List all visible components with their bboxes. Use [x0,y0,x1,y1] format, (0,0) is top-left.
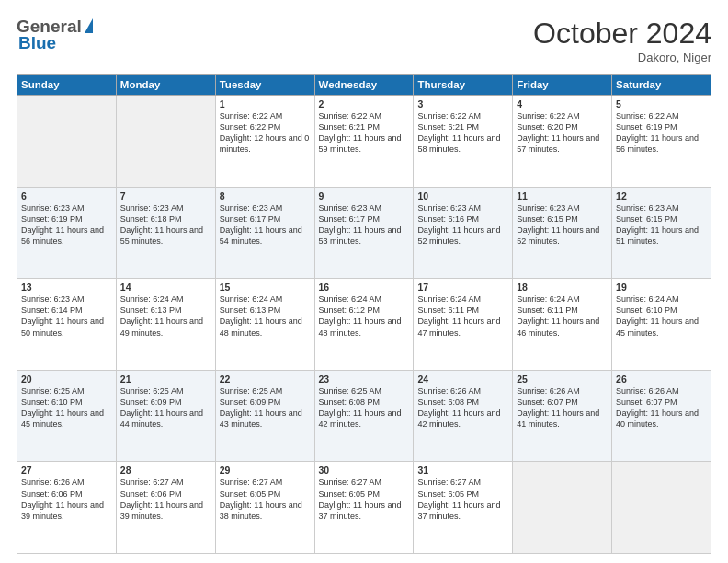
location: Dakoro, Niger [533,51,711,64]
cell-info: Sunrise: 6:26 AMSunset: 6:06 PMDaylight:… [21,477,112,522]
calendar-cell [513,462,612,554]
cell-info: Sunrise: 6:22 AMSunset: 6:22 PMDaylight:… [220,110,311,155]
cell-info: Sunrise: 6:27 AMSunset: 6:05 PMDaylight:… [319,477,410,522]
calendar-cell: 13Sunrise: 6:23 AMSunset: 6:14 PMDayligh… [17,279,117,371]
day-header: Monday [116,75,215,96]
day-number: 1 [220,98,311,109]
calendar-cell [17,96,117,188]
day-number: 5 [616,98,707,109]
cell-info: Sunrise: 6:23 AMSunset: 6:16 PMDaylight:… [417,202,508,247]
cell-info: Sunrise: 6:23 AMSunset: 6:15 PMDaylight:… [616,202,707,247]
day-number: 2 [319,98,410,109]
title-area: October 2024 Dakoro, Niger [533,17,711,64]
day-number: 4 [517,98,608,109]
calendar-cell: 19Sunrise: 6:24 AMSunset: 6:10 PMDayligh… [612,279,711,371]
cell-info: Sunrise: 6:22 AMSunset: 6:19 PMDaylight:… [616,110,707,155]
cell-info: Sunrise: 6:23 AMSunset: 6:18 PMDaylight:… [120,202,211,247]
cell-info: Sunrise: 6:27 AMSunset: 6:05 PMDaylight:… [417,477,508,522]
page: General Blue October 2024 Dakoro, Niger … [0,0,728,563]
day-number: 17 [417,282,508,293]
day-number: 8 [220,190,311,201]
cell-info: Sunrise: 6:24 AMSunset: 6:13 PMDaylight:… [220,293,311,339]
calendar-cell: 3Sunrise: 6:22 AMSunset: 6:21 PMDaylight… [414,96,513,188]
cell-info: Sunrise: 6:23 AMSunset: 6:14 PMDaylight:… [21,293,112,339]
calendar-cell: 23Sunrise: 6:25 AMSunset: 6:08 PMDayligh… [314,370,414,462]
cell-info: Sunrise: 6:23 AMSunset: 6:17 PMDaylight:… [319,202,410,247]
day-number: 29 [220,465,311,476]
day-number: 30 [319,465,410,476]
cell-info: Sunrise: 6:26 AMSunset: 6:08 PMDaylight:… [417,385,508,431]
day-number: 21 [120,373,211,385]
cell-info: Sunrise: 6:26 AMSunset: 6:07 PMDaylight:… [517,385,608,431]
calendar-cell: 20Sunrise: 6:25 AMSunset: 6:10 PMDayligh… [17,370,117,462]
calendar-cell: 27Sunrise: 6:26 AMSunset: 6:06 PMDayligh… [17,462,117,554]
calendar-cell: 2Sunrise: 6:22 AMSunset: 6:21 PMDaylight… [314,96,414,188]
day-number: 18 [517,282,608,293]
calendar-cell: 11Sunrise: 6:23 AMSunset: 6:15 PMDayligh… [513,187,612,279]
day-number: 25 [517,373,608,385]
cell-info: Sunrise: 6:24 AMSunset: 6:10 PMDaylight:… [616,293,707,339]
cell-info: Sunrise: 6:26 AMSunset: 6:07 PMDaylight:… [616,385,707,431]
day-number: 9 [319,190,410,201]
day-number: 10 [417,190,508,201]
cell-info: Sunrise: 6:24 AMSunset: 6:12 PMDaylight:… [319,293,410,339]
cell-info: Sunrise: 6:27 AMSunset: 6:06 PMDaylight:… [120,477,211,522]
calendar-cell: 24Sunrise: 6:26 AMSunset: 6:08 PMDayligh… [414,370,513,462]
cell-info: Sunrise: 6:24 AMSunset: 6:11 PMDaylight:… [417,293,508,339]
day-number: 6 [21,190,112,201]
day-number: 16 [319,282,410,293]
day-number: 13 [21,282,112,293]
cell-info: Sunrise: 6:23 AMSunset: 6:15 PMDaylight:… [517,202,608,247]
calendar-cell: 26Sunrise: 6:26 AMSunset: 6:07 PMDayligh… [612,370,711,462]
cell-info: Sunrise: 6:25 AMSunset: 6:09 PMDaylight:… [120,385,211,431]
day-header: Thursday [414,75,513,96]
calendar-cell: 15Sunrise: 6:24 AMSunset: 6:13 PMDayligh… [215,279,314,371]
header: General Blue October 2024 Dakoro, Niger [17,17,711,64]
cell-info: Sunrise: 6:22 AMSunset: 6:21 PMDaylight:… [319,110,410,155]
day-number: 24 [417,373,508,385]
day-number: 23 [319,373,410,385]
cell-info: Sunrise: 6:27 AMSunset: 6:05 PMDaylight:… [220,477,311,522]
cell-info: Sunrise: 6:22 AMSunset: 6:20 PMDaylight:… [517,110,608,155]
logo-blue: Blue [18,33,56,53]
day-number: 26 [616,373,707,385]
logo: General Blue [17,17,93,53]
calendar-cell: 10Sunrise: 6:23 AMSunset: 6:16 PMDayligh… [414,187,513,279]
day-number: 27 [21,465,112,476]
logo-triangle-icon [85,18,93,33]
calendar-cell [612,462,711,554]
cell-info: Sunrise: 6:25 AMSunset: 6:09 PMDaylight:… [220,385,311,431]
calendar-cell: 21Sunrise: 6:25 AMSunset: 6:09 PMDayligh… [116,370,215,462]
calendar-cell: 22Sunrise: 6:25 AMSunset: 6:09 PMDayligh… [215,370,314,462]
calendar-cell: 14Sunrise: 6:24 AMSunset: 6:13 PMDayligh… [116,279,215,371]
calendar-cell: 6Sunrise: 6:23 AMSunset: 6:19 PMDaylight… [17,187,117,279]
calendar-cell [116,96,215,188]
calendar-cell: 12Sunrise: 6:23 AMSunset: 6:15 PMDayligh… [612,187,711,279]
calendar-cell: 5Sunrise: 6:22 AMSunset: 6:19 PMDaylight… [612,96,711,188]
calendar-cell: 4Sunrise: 6:22 AMSunset: 6:20 PMDaylight… [513,96,612,188]
day-header: Saturday [612,75,711,96]
day-number: 31 [417,465,508,476]
cell-info: Sunrise: 6:22 AMSunset: 6:21 PMDaylight:… [417,110,508,155]
cell-info: Sunrise: 6:23 AMSunset: 6:17 PMDaylight:… [220,202,311,247]
calendar-cell: 25Sunrise: 6:26 AMSunset: 6:07 PMDayligh… [513,370,612,462]
day-header: Tuesday [215,75,314,96]
calendar-cell: 9Sunrise: 6:23 AMSunset: 6:17 PMDaylight… [314,187,414,279]
day-header: Friday [513,75,612,96]
day-number: 22 [220,373,311,385]
day-header: Sunday [17,75,117,96]
day-number: 11 [517,190,608,201]
day-header: Wednesday [314,75,414,96]
calendar-cell: 1Sunrise: 6:22 AMSunset: 6:22 PMDaylight… [215,96,314,188]
cell-info: Sunrise: 6:23 AMSunset: 6:19 PMDaylight:… [21,202,112,247]
calendar-cell: 7Sunrise: 6:23 AMSunset: 6:18 PMDaylight… [116,187,215,279]
calendar-cell: 31Sunrise: 6:27 AMSunset: 6:05 PMDayligh… [414,462,513,554]
day-number: 15 [220,282,311,293]
calendar-cell: 28Sunrise: 6:27 AMSunset: 6:06 PMDayligh… [116,462,215,554]
day-number: 19 [616,282,707,293]
day-number: 7 [120,190,211,201]
day-number: 28 [120,465,211,476]
calendar-cell: 17Sunrise: 6:24 AMSunset: 6:11 PMDayligh… [414,279,513,371]
month-title: October 2024 [533,17,711,51]
calendar-cell: 8Sunrise: 6:23 AMSunset: 6:17 PMDaylight… [215,187,314,279]
